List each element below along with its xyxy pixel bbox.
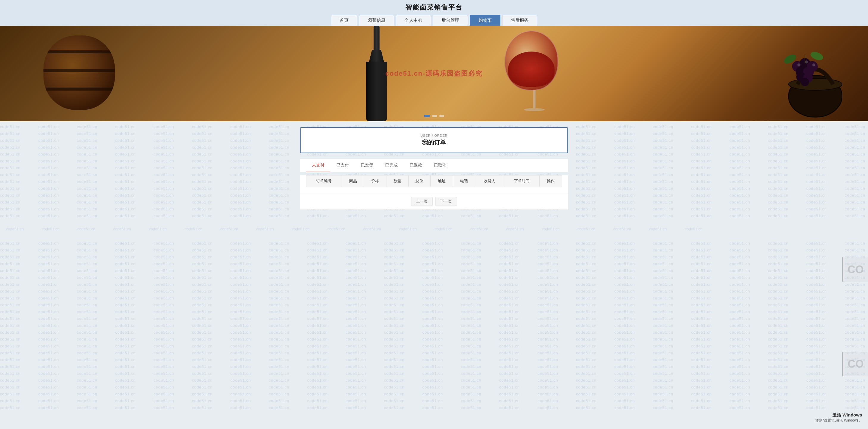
order-header-panel: USER / ORDER 我的订单 <box>300 127 568 153</box>
tab-unpaid[interactable]: 未支付 <box>306 159 331 172</box>
order-table: 订单编号 商品 价格 数量 总价 地址 电话 收货人 下单时间 操作 <box>306 175 562 187</box>
order-tabs: 未支付 已支付 已发货 已完成 已退款 已取消 <box>300 159 568 172</box>
svg-point-14 <box>809 50 824 62</box>
grapes-decoration <box>738 31 842 120</box>
carousel-dot-3[interactable] <box>439 115 444 117</box>
windows-activation: 激活 Windows 转到"设置"以激活 Windows。 <box>815 412 862 423</box>
bottle-body <box>366 62 387 121</box>
glass-stem <box>533 90 535 108</box>
table-header-row: 订单编号 商品 价格 数量 总价 地址 电话 收货人 下单时间 操作 <box>306 175 562 187</box>
th-action: 操作 <box>540 175 562 187</box>
win-activate-title: 激活 Windows <box>815 412 862 418</box>
co-badge-1: CO <box>842 257 868 282</box>
co-badge-2: CO <box>842 352 868 376</box>
barrel-ring-3 <box>43 88 115 91</box>
pagination: 上一页 下一页 <box>300 193 568 209</box>
site-title: 智能卤菜销售平台 <box>0 3 868 12</box>
th-product: 商品 <box>342 175 364 187</box>
nav-personal[interactable]: 个人中心 <box>396 15 431 26</box>
tab-completed[interactable]: 已完成 <box>379 159 404 172</box>
nav-lucai[interactable]: 卤菜信息 <box>359 15 394 26</box>
svg-point-1 <box>788 78 842 90</box>
th-address: 地址 <box>431 175 453 187</box>
barrel-ring-1 <box>43 50 115 53</box>
banner-inner: code51.cn-源码乐园盗图必究 <box>0 26 868 121</box>
th-order-time: 下单时间 <box>504 175 540 187</box>
svg-point-12 <box>812 63 815 66</box>
nav-home[interactable]: 首页 <box>331 15 357 26</box>
carousel-dot-2[interactable] <box>432 115 437 117</box>
bottom-watermark-area: code51.cncode51.cncode51.cncode51.cncode… <box>0 221 868 239</box>
tab-refunded[interactable]: 已退款 <box>404 159 428 172</box>
nav-cart[interactable]: 购物车 <box>470 15 500 26</box>
tab-paid[interactable]: 已支付 <box>331 159 355 172</box>
order-title: 我的订单 <box>307 139 561 147</box>
barrel-body <box>43 35 115 110</box>
banner-watermark-text: code51.cn-源码乐园盗图必究 <box>385 69 483 78</box>
order-table-wrap: 订单编号 商品 价格 数量 总价 地址 电话 收货人 下单时间 操作 <box>300 175 568 193</box>
bottle-neck <box>374 26 379 50</box>
glass-bowl <box>504 31 558 90</box>
nav-service[interactable]: 售后服务 <box>502 15 537 26</box>
prev-page-btn[interactable]: 上一页 <box>411 197 433 206</box>
svg-point-11 <box>805 60 808 63</box>
th-price: 价格 <box>364 175 386 187</box>
win-activate-subtitle: 转到"设置"以激活 Windows。 <box>815 418 862 423</box>
tab-shipped[interactable]: 已发货 <box>355 159 379 172</box>
glass-base <box>524 108 545 111</box>
next-page-btn[interactable]: 下一页 <box>435 197 457 206</box>
carousel-dot-1[interactable] <box>424 115 430 117</box>
order-breadcrumb: USER / ORDER <box>307 134 561 137</box>
barrel-decoration <box>43 35 121 119</box>
main-content: USER / ORDER 我的订单 未支付 已支付 已发货 已完成 已退款 已取… <box>300 121 568 221</box>
grapes-svg <box>738 31 842 120</box>
svg-point-9 <box>801 78 809 86</box>
wine-bottle-decoration <box>365 26 389 121</box>
svg-point-10 <box>798 63 800 66</box>
th-quantity: 数量 <box>386 175 408 187</box>
th-total: 总价 <box>408 175 431 187</box>
tab-cancelled[interactable]: 已取消 <box>428 159 453 172</box>
carousel-dots <box>424 115 444 117</box>
site-header: 智能卤菜销售平台 首页 卤菜信息 个人中心 后台管理 购物车 售后服务 <box>0 0 868 26</box>
th-receiver: 收货人 <box>475 175 504 187</box>
nav-bar: 首页 卤菜信息 个人中心 后台管理 购物车 售后服务 <box>0 15 868 26</box>
th-order-id: 订单编号 <box>306 175 342 187</box>
barrel-ring-2 <box>43 69 115 72</box>
th-phone: 电话 <box>453 175 475 187</box>
glass-wine <box>508 52 555 87</box>
bottle-shoulder <box>369 50 384 62</box>
hero-banner: code51.cn-源码乐园盗图必究 <box>0 26 868 121</box>
wine-glass-decoration <box>504 31 564 120</box>
nav-admin[interactable]: 后台管理 <box>433 15 468 26</box>
